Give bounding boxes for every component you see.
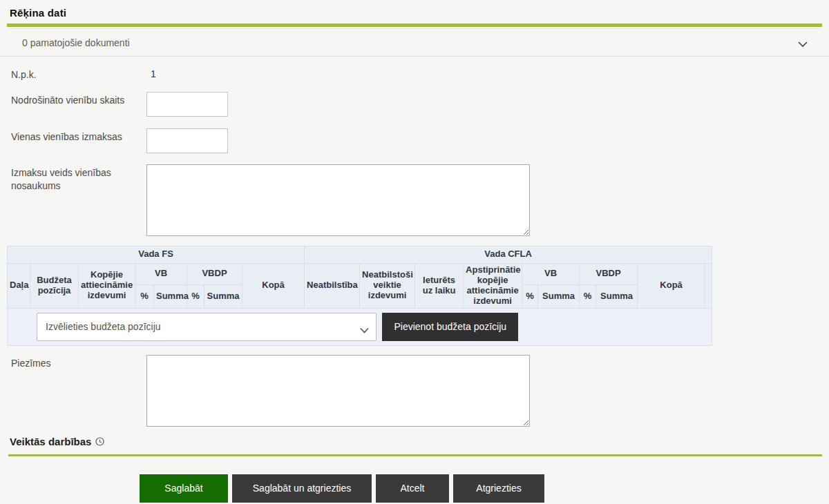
col-header-vbdp-cfla-summa: Summa — [596, 284, 638, 308]
col-header-vbdp-cfla: VBDP — [580, 263, 638, 284]
save-button[interactable]: Saglabāt — [140, 474, 228, 503]
col-header-vbdp-fs-summa: Summa — [204, 284, 242, 308]
performed-actions-heading: Veiktās darbības — [10, 436, 829, 447]
col-header-vb-cfla-summa: Summa — [538, 284, 580, 308]
page-title: Rēķina dati — [0, 0, 829, 19]
col-header-empty — [705, 263, 712, 308]
cost-type-textarea[interactable] — [146, 164, 530, 236]
save-and-return-button[interactable]: Saglabāt un atgriezties — [232, 474, 372, 503]
npk-row: N.p.k. 1 — [11, 66, 829, 81]
col-header-ieturets-uz-laiku: Ieturēts uz laiku — [415, 263, 464, 308]
unit-cost-label: Vienas vienības izmaksas — [11, 128, 146, 144]
unit-cost-row: Vienas vienības izmaksas — [11, 128, 829, 153]
provided-units-row: Nodrošināto vienību skaits — [11, 92, 829, 117]
col-header-neatbilstiba: Neatbilstība — [305, 263, 360, 308]
col-header-dala: Daļa — [8, 263, 30, 308]
col-header-vbdp-fs: VBDP — [187, 263, 242, 284]
performed-actions-label: Veiktās darbības — [10, 436, 91, 447]
col-header-kopa-cfla: Kopā — [638, 263, 705, 308]
col-header-vb-cfla-pct: % — [522, 284, 538, 308]
col-header-kopa-fs: Kopā — [242, 263, 305, 308]
budget-position-controls: Izvēlieties budžeta pozīciju Pievienot b… — [8, 308, 712, 345]
unit-cost-input[interactable] — [146, 128, 228, 153]
col-header-vb-fs: VB — [135, 263, 187, 284]
col-header-apstiprinatie: Apstiprinātie kopējie attiecināmie izdev… — [464, 263, 522, 308]
budget-position-select[interactable]: Izvēlieties budžeta pozīciju — [37, 313, 377, 341]
action-buttons: Saglabāt Saglabāt un atgriezties Atcelt … — [140, 474, 829, 503]
budget-positions-table: Vada FS Vada CFLA Daļa Budžeta pozīcija … — [7, 246, 712, 346]
col-header-vb-fs-summa: Summa — [154, 284, 187, 308]
cost-type-row: Izmaksu veids vienības nosaukums — [11, 164, 829, 236]
clock-icon — [95, 437, 104, 446]
group-header-vada-cfla: Vada CFLA — [305, 246, 712, 263]
col-header-vbdp-fs-pct: % — [187, 284, 204, 308]
col-header-vbdp-cfla-pct: % — [580, 284, 596, 308]
accent-divider-bottom — [8, 454, 822, 456]
chevron-down-icon[interactable] — [798, 39, 808, 46]
provided-units-label: Nodrošināto vienību skaits — [11, 92, 146, 107]
col-header-vb-fs-pct: % — [135, 284, 154, 308]
supporting-documents-label: 0 pamatojošie dokumenti — [22, 37, 130, 48]
notes-row: Piezīmes — [11, 355, 829, 427]
col-header-neatbilstosi-veiktie: Neatbilstoši veiktie izdevumi — [360, 263, 415, 308]
supporting-documents-accordion[interactable]: 0 pamatojošie dokumenti — [0, 29, 829, 57]
accent-divider-top — [7, 23, 822, 27]
notes-label: Piezīmes — [11, 355, 146, 370]
col-header-kopejie-attiecinamie: Kopējie attiecināmie izdevumi — [79, 263, 135, 308]
notes-textarea[interactable] — [146, 355, 530, 427]
group-header-vada-fs: Vada FS — [8, 246, 305, 263]
add-budget-position-button[interactable]: Pievienot budžeta pozīciju — [382, 313, 518, 341]
cost-type-label: Izmaksu veids vienības nosaukums — [11, 164, 146, 193]
col-header-budzeta-pozicija: Budžeta pozīcija — [30, 263, 79, 308]
cancel-button[interactable]: Atcelt — [376, 474, 449, 503]
return-button[interactable]: Atgriezties — [453, 474, 544, 503]
npk-label: N.p.k. — [11, 66, 146, 81]
col-header-vb-cfla: VB — [522, 263, 580, 284]
npk-value: 1 — [146, 66, 156, 79]
provided-units-input[interactable] — [146, 92, 228, 117]
